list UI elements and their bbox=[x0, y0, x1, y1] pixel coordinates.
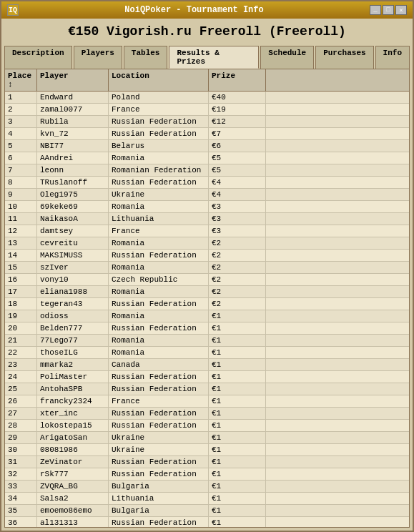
table-body[interactable]: 1EndwardPoland€402zamal0077France€193Rub… bbox=[5, 92, 409, 527]
content-area: Place ↕ Player Location Prize 1EndwardPo… bbox=[4, 69, 410, 528]
place-cell: 22 bbox=[5, 347, 37, 358]
prize-cell: €1 bbox=[209, 517, 266, 527]
player-cell: al131313 bbox=[37, 517, 109, 527]
table-row: 6AAndreiRomania€5 bbox=[5, 152, 409, 164]
player-cell: odioss bbox=[37, 310, 109, 322]
place-cell: 11 bbox=[5, 213, 37, 225]
place-cell: 34 bbox=[5, 493, 37, 504]
place-cell: 31 bbox=[5, 456, 37, 468]
table-row: 4kvn_72Russian Federation€7 bbox=[5, 128, 409, 140]
location-cell: Bulgaria bbox=[109, 505, 209, 516]
player-cell: TRuslanoff bbox=[37, 177, 109, 188]
player-cell: Oleg1975 bbox=[37, 189, 109, 200]
prize-cell: €2 bbox=[209, 262, 266, 273]
prize-cell: €1 bbox=[209, 456, 266, 468]
table-row: 24PoliMasterRussian Federation€1 bbox=[5, 371, 409, 383]
tab-tables[interactable]: Tables bbox=[124, 46, 168, 69]
place-cell: 23 bbox=[5, 359, 37, 370]
prize-cell: €1 bbox=[209, 505, 266, 516]
location-cell: Bulgaria bbox=[109, 481, 209, 492]
tab-info[interactable]: Info bbox=[375, 46, 410, 69]
place-cell: 26 bbox=[5, 395, 37, 407]
prize-cell: €1 bbox=[209, 371, 266, 383]
table-row: 7leonnRomanian Federation€5 bbox=[5, 164, 409, 177]
player-cell: emoemo86emo bbox=[37, 505, 109, 516]
prize-header: Prize bbox=[209, 69, 266, 91]
maximize-button[interactable]: □ bbox=[383, 5, 394, 15]
place-cell: 35 bbox=[5, 505, 37, 516]
place-cell: 28 bbox=[5, 420, 37, 431]
prize-cell: €3 bbox=[209, 201, 266, 212]
close-button[interactable]: ✕ bbox=[395, 5, 407, 15]
minimize-button[interactable]: _ bbox=[370, 5, 381, 15]
location-cell: Russian Federation bbox=[109, 468, 209, 480]
table-row: 12damtseyFrance€3 bbox=[5, 225, 409, 237]
place-cell: 12 bbox=[5, 225, 37, 237]
tab-players[interactable]: Players bbox=[74, 46, 122, 69]
location-cell: Russian Federation bbox=[109, 371, 209, 383]
place-cell: 13 bbox=[5, 237, 37, 249]
prize-cell: €1 bbox=[209, 310, 266, 322]
prize-cell: €1 bbox=[209, 481, 266, 492]
location-cell: Russian Federation bbox=[109, 177, 209, 188]
table-row: 17eliana1988Romania€2 bbox=[5, 286, 409, 298]
player-cell: zamal0077 bbox=[37, 104, 109, 115]
player-cell: 69keke69 bbox=[37, 201, 109, 212]
window-controls: _ □ ✕ bbox=[370, 5, 407, 15]
table-row: 29ArigatoSanUkraine€1 bbox=[5, 432, 409, 444]
table-row: 3RubilaRussian Federation€12 bbox=[5, 116, 409, 128]
table-row: 22thoseILGRomania€1 bbox=[5, 347, 409, 359]
place-cell: 2 bbox=[5, 104, 37, 115]
prize-cell: €1 bbox=[209, 493, 266, 504]
place-cell: 3 bbox=[5, 116, 37, 127]
player-cell: leonn bbox=[37, 164, 109, 176]
location-cell: Belarus bbox=[109, 140, 209, 152]
location-cell: Romania bbox=[109, 335, 209, 346]
table-row: 11NaikasoALithuania€3 bbox=[5, 213, 409, 225]
prize-cell: €4 bbox=[209, 177, 266, 188]
tab-bar: DescriptionPlayersTablesResults & Prizes… bbox=[1, 44, 413, 69]
prize-cell: €40 bbox=[209, 92, 266, 103]
prize-cell: €19 bbox=[209, 104, 266, 115]
location-cell: Romania bbox=[109, 152, 209, 164]
place-cell: 1 bbox=[5, 92, 37, 103]
place-cell: 18 bbox=[5, 298, 37, 310]
player-cell: eliana1988 bbox=[37, 286, 109, 297]
tab-results---prizes[interactable]: Results & Prizes bbox=[169, 46, 259, 69]
tournament-title: €150 Vigorish.ru Freeroll (Freeroll) bbox=[1, 19, 413, 44]
table-row: 14MAKSIMUSSRussian Federation€2 bbox=[5, 250, 409, 262]
prize-cell: €6 bbox=[209, 140, 266, 152]
prize-cell: €4 bbox=[209, 189, 266, 200]
player-cell: Belden777 bbox=[37, 322, 109, 334]
location-cell: Russian Federation bbox=[109, 408, 209, 419]
prize-cell: €1 bbox=[209, 444, 266, 455]
player-cell: Endward bbox=[37, 92, 109, 103]
app-icon: IQ bbox=[7, 4, 19, 16]
tab-schedule[interactable]: Schedule bbox=[260, 46, 314, 69]
player-cell: cevreitu bbox=[37, 237, 109, 249]
table-row: 8TRuslanoffRussian Federation€4 bbox=[5, 177, 409, 189]
location-cell: Russian Federation bbox=[109, 322, 209, 334]
place-cell: 7 bbox=[5, 164, 37, 176]
prize-cell: €1 bbox=[209, 359, 266, 370]
player-cell: Salsa2 bbox=[37, 493, 109, 504]
table-row: 3008081986Ukraine€1 bbox=[5, 444, 409, 456]
player-cell: AAndrei bbox=[37, 152, 109, 164]
prize-cell: €3 bbox=[209, 213, 266, 225]
place-cell: 36 bbox=[5, 517, 37, 527]
place-cell: 25 bbox=[5, 383, 37, 395]
player-cell: tegeran43 bbox=[37, 298, 109, 310]
table-row: 31ZeVinatorRussian Federation€1 bbox=[5, 456, 409, 468]
player-cell: lokostepa15 bbox=[37, 420, 109, 431]
player-cell: kvn_72 bbox=[37, 128, 109, 139]
place-cell: 16 bbox=[5, 274, 37, 285]
tab-purchases[interactable]: Purchases bbox=[315, 46, 373, 69]
window-title: NoiQPoker - Tournament Info bbox=[19, 5, 370, 15]
location-cell: Russian Federation bbox=[109, 517, 209, 527]
place-cell: 27 bbox=[5, 408, 37, 419]
place-cell: 14 bbox=[5, 250, 37, 261]
tab-description[interactable]: Description bbox=[4, 46, 72, 69]
location-cell: Russian Federation bbox=[109, 383, 209, 395]
player-cell: PoliMaster bbox=[37, 371, 109, 383]
player-cell: thoseILG bbox=[37, 347, 109, 358]
